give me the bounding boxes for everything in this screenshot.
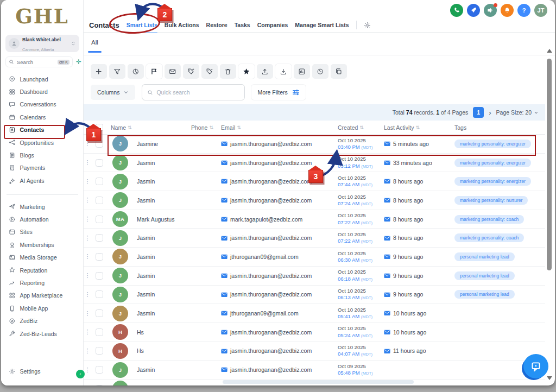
table-row[interactable]: ⋮JJasminjasmin.thuroganan@zedbiz.comOct … xyxy=(84,286,545,305)
sidebar-item-zed-biz-leads[interactable]: Zed-Biz-Leads xyxy=(1,327,84,340)
row-checkbox[interactable] xyxy=(96,385,103,385)
contact-name[interactable]: Jasmin xyxy=(134,254,188,260)
contact-name[interactable]: Jasmin xyxy=(134,178,188,185)
column-header-name[interactable]: Name⇅ xyxy=(108,124,188,131)
remove-tag-button[interactable] xyxy=(201,64,218,79)
contacts-settings-gear-icon[interactable] xyxy=(364,22,371,29)
contact-name[interactable]: Jasmin xyxy=(134,310,188,317)
sidebar-item-contacts[interactable]: Contacts xyxy=(1,124,84,136)
sidebar-item-reputation[interactable]: Reputation xyxy=(1,264,84,276)
sidebar-item-payments[interactable]: Payments xyxy=(1,162,84,174)
sidebar-item-automation[interactable]: Automation xyxy=(1,213,84,225)
contact-email[interactable]: jthuroganan09@gmail.com xyxy=(218,310,334,317)
drag-handle[interactable]: ⋮ xyxy=(84,385,91,385)
contact-name[interactable]: Jasmin xyxy=(134,197,188,204)
export-button[interactable] xyxy=(257,64,273,79)
row-checkbox[interactable] xyxy=(96,290,103,298)
copy-button[interactable] xyxy=(331,64,347,79)
more-filters-button[interactable]: More Filters xyxy=(251,85,305,100)
add-contact-button[interactable] xyxy=(91,64,107,79)
sort-icon[interactable]: ⇅ xyxy=(209,125,213,130)
megaphone-icon[interactable] xyxy=(484,4,497,17)
drag-handle[interactable]: ⋮ xyxy=(84,253,91,260)
quick-search-box[interactable] xyxy=(142,84,245,100)
contact-name[interactable]: Jasmin xyxy=(134,160,188,166)
bell-icon[interactable] xyxy=(501,4,514,17)
contact-email[interactable]: jasmin.thuroganan@zedbiz.com xyxy=(218,160,334,166)
sort-icon[interactable]: ⇅ xyxy=(415,125,420,130)
sidebar-item-mobile-app[interactable]: Mobile App xyxy=(1,302,84,314)
sidebar-item-calendars[interactable]: Calendars xyxy=(1,111,84,123)
sidebar-item-media-storage[interactable]: Media Storage xyxy=(1,251,84,264)
drag-handle[interactable]: ⋮ xyxy=(84,272,91,279)
table-row[interactable]: ⋮HHsjasmin.thuroganan@zedbiz.comOct 10 2… xyxy=(84,342,545,361)
tag-pill[interactable]: personal marketing lead xyxy=(454,271,515,280)
quick-search-input[interactable] xyxy=(156,89,239,96)
column-header-created[interactable]: Created⇅ xyxy=(334,124,381,131)
menu-item-companies[interactable]: Companies xyxy=(257,22,288,28)
row-checkbox[interactable] xyxy=(96,309,103,317)
phone-icon[interactable] xyxy=(450,4,463,17)
table-row[interactable]: ⋮JJasminjasmin.thuroganan@zedbiz.comOct … xyxy=(84,361,545,380)
sort-icon[interactable]: ⇅ xyxy=(128,125,132,130)
drag-handle[interactable]: ⋮ xyxy=(84,216,91,223)
table-row[interactable]: ⋮JJasminjasmin.thuroganan@zedbiz.comOct … xyxy=(84,154,545,173)
contact-name[interactable]: Jasmin xyxy=(134,291,188,298)
contact-email[interactable]: jasmin.thuroganan@zedbiz.com xyxy=(218,347,334,354)
sidebar-item-reporting[interactable]: Reporting xyxy=(1,276,84,289)
drag-handle[interactable]: ⋮ xyxy=(84,197,91,204)
sidebar-item-conversations[interactable]: Conversations xyxy=(1,98,84,111)
contact-name[interactable]: Jasmin xyxy=(134,235,188,241)
star-button[interactable] xyxy=(238,64,255,79)
sidebar-collapse-button[interactable]: ‹ xyxy=(76,370,85,378)
contact-name[interactable]: Mark Augustus xyxy=(134,216,188,223)
drag-handle[interactable]: ⋮ xyxy=(84,159,91,166)
contact-email[interactable]: jasmin.thuroganan@zedbiz.com xyxy=(218,273,334,279)
sidebar-item-app-marketplace[interactable]: App Marketplace xyxy=(1,289,84,302)
drag-handle[interactable]: ⋮ xyxy=(84,235,91,242)
scrollbar-thumb[interactable] xyxy=(547,59,552,270)
whatsapp-button[interactable] xyxy=(312,64,328,79)
tag-pill[interactable]: marketing personality: coach xyxy=(454,215,524,224)
drag-handle[interactable]: ⋮ xyxy=(84,178,91,185)
page-1-button[interactable]: 1 xyxy=(473,107,484,118)
table-row[interactable]: ⋮JJasminjthuroganan09@gmail.comOct 10 20… xyxy=(84,304,545,323)
send-sms-button[interactable] xyxy=(146,64,162,79)
sidebar-item-sites[interactable]: Sites xyxy=(1,226,84,238)
drag-handle[interactable]: ⋮ xyxy=(84,328,91,336)
drag-handle[interactable]: ⋮ xyxy=(84,310,91,317)
row-checkbox[interactable] xyxy=(96,328,103,336)
account-switcher[interactable]: Blank WhiteLabel Canmore, Alberta xyxy=(5,35,79,52)
contact-email[interactable]: mark.tagapulot@zedbiz.com xyxy=(218,216,334,223)
import-button[interactable] xyxy=(275,64,292,79)
contact-name[interactable]: Jasmine xyxy=(134,141,188,147)
pie-split-button[interactable] xyxy=(128,64,144,79)
tag-pill[interactable]: marketing personality: coach xyxy=(454,233,524,242)
sidebar-search[interactable]: Search ctrl K xyxy=(5,56,73,67)
menu-item-tasks[interactable]: Tasks xyxy=(235,22,250,28)
contact-name[interactable]: Jasmin xyxy=(134,366,188,373)
scroll-down-arrow[interactable] xyxy=(547,376,552,380)
drag-handle[interactable]: ⋮ xyxy=(84,347,91,355)
tag-pill[interactable]: marketing personality: energizer xyxy=(454,140,531,148)
tag-pill[interactable]: personal marketing lead xyxy=(454,252,515,261)
sidebar-item-memberships[interactable]: Memberships xyxy=(1,238,84,251)
sort-icon[interactable]: ⇅ xyxy=(237,125,241,130)
sidebar-item-launchpad[interactable]: Launchpad xyxy=(1,73,84,85)
contact-email[interactable]: jasmin.thuroganan@zedbiz.com xyxy=(218,329,334,336)
sidebar-item-blogs[interactable]: Blogs xyxy=(1,149,84,161)
rocket-icon[interactable] xyxy=(467,4,480,17)
send-email-button[interactable] xyxy=(165,64,181,79)
contact-name[interactable]: Hs xyxy=(134,329,188,336)
row-checkbox[interactable] xyxy=(96,197,103,204)
contact-email[interactable]: jasmin.thuroganan@zedbiz.com xyxy=(218,235,334,241)
tag-pill[interactable]: marketing personality: energizer xyxy=(454,159,531,167)
contact-email[interactable]: jasmin.thuroganan@zedbiz.com xyxy=(218,366,334,373)
select-all-checkbox[interactable] xyxy=(96,124,103,131)
row-checkbox[interactable] xyxy=(96,272,103,280)
table-row[interactable]: ⋮JJasminejasmin.thuroganan@zedbiz.comOct… xyxy=(84,135,545,154)
page-size-dropdown[interactable]: Page Size: 20 xyxy=(496,109,539,116)
merge-button[interactable] xyxy=(294,64,310,79)
row-checkbox[interactable] xyxy=(96,140,103,148)
vertical-scrollbar[interactable] xyxy=(545,48,553,385)
